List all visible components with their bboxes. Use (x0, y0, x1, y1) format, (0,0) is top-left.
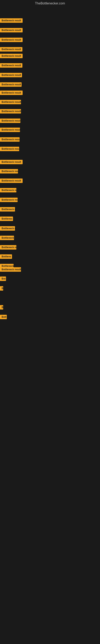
bottleneck-badge-20: Bottleneck result (0, 198, 18, 202)
bottleneck-item-25[interactable]: Bottleneck res (0, 245, 16, 250)
bottleneck-item-10[interactable]: Bottleneck result (0, 100, 21, 105)
bottleneck-badge-12: Bottleneck result (0, 118, 20, 123)
bottleneck-item-33[interactable]: Bott (0, 315, 7, 320)
bottleneck-item-18[interactable]: Bottleneck result (0, 178, 23, 184)
bottleneck-badge-8: Bottleneck result (0, 82, 22, 87)
bottleneck-item-24[interactable]: Bottleneck (0, 236, 14, 241)
bottleneck-item-1[interactable]: Bottleneck result (0, 18, 23, 24)
bottleneck-item-7[interactable]: Bottleneck result (0, 73, 22, 78)
bottleneck-badge-5: Bottleneck result (0, 54, 23, 58)
bottleneck-item-16[interactable]: Bottleneck result (0, 160, 23, 165)
bottleneck-item-20[interactable]: Bottleneck result (0, 198, 18, 203)
bottleneck-item-29[interactable]: Bot (0, 276, 6, 282)
bottleneck-item-2[interactable]: Bottleneck result (0, 28, 23, 33)
bottleneck-badge-33: Bott (0, 315, 7, 319)
bottleneck-badge-17: Bottleneck result (0, 169, 18, 174)
bottleneck-badge-7: Bottleneck result (0, 73, 22, 77)
bottleneck-badge-30: B (0, 286, 3, 290)
bottleneck-item-14[interactable]: Bottleneck result (0, 137, 20, 142)
bottleneck-item-9[interactable]: Bottleneck result (0, 90, 23, 96)
bottleneck-item-11[interactable]: Bottleneck result (0, 109, 21, 114)
bottleneck-badge-19: Bottleneck re (0, 188, 16, 192)
bottleneck-badge-9: Bottleneck result (0, 90, 23, 95)
bottleneck-badge-25: Bottleneck res (0, 245, 16, 250)
bottleneck-badge-6: Bottleneck result (0, 63, 22, 68)
bottleneck-badge-26: Bottlens (0, 254, 12, 259)
bottleneck-item-23[interactable]: Bottleneck r (0, 226, 15, 232)
bottleneck-item-12[interactable]: Bottleneck result (0, 118, 20, 124)
bottleneck-item-22[interactable]: Bottlenec (0, 216, 13, 222)
bottleneck-item-26[interactable]: Bottlens (0, 254, 12, 260)
bottleneck-badge-23: Bottleneck r (0, 226, 15, 231)
bottleneck-item-4[interactable]: Bottleneck result (0, 47, 22, 52)
bottleneck-item-6[interactable]: Bottleneck result (0, 63, 22, 68)
bottleneck-badge-3: Bottleneck result (0, 38, 23, 42)
bottleneck-item-28[interactable]: Bottleneck result (0, 267, 21, 272)
bottleneck-item-21[interactable]: Bottleneck r (0, 207, 15, 212)
bottleneck-badge-29: Bot (0, 276, 6, 281)
bottleneck-badge-14: Bottleneck result (0, 137, 20, 142)
bottleneck-item-30[interactable]: B (0, 286, 3, 292)
bottleneck-badge-2: Bottleneck result (0, 28, 23, 32)
bottleneck-badge-1: Bottleneck result (0, 18, 23, 23)
bottleneck-badge-11: Bottleneck result (0, 109, 21, 114)
bottleneck-badge-24: Bottleneck (0, 236, 14, 240)
bottleneck-item-17[interactable]: Bottleneck result (0, 169, 18, 174)
bottleneck-item-15[interactable]: Bottleneck result (0, 147, 19, 152)
bottleneck-badge-21: Bottleneck r (0, 207, 15, 212)
bottleneck-item-5[interactable]: Bottleneck result (0, 54, 23, 59)
bottleneck-item-3[interactable]: Bottleneck result (0, 38, 23, 43)
bottleneck-item-13[interactable]: Bottleneck result (0, 128, 20, 133)
bottleneck-badge-22: Bottlenec (0, 216, 13, 221)
bottleneck-badge-4: Bottleneck result (0, 47, 22, 52)
bottleneck-badge-18: Bottleneck result (0, 178, 23, 183)
site-title: TheBottlenecker.com (0, 0, 100, 7)
bottleneck-badge-32: B (0, 305, 3, 310)
bottleneck-badge-13: Bottleneck result (0, 128, 20, 132)
bottleneck-badge-28: Bottleneck result (0, 267, 21, 272)
bottleneck-item-19[interactable]: Bottleneck re (0, 188, 16, 193)
bottleneck-badge-15: Bottleneck result (0, 147, 19, 151)
bottleneck-item-8[interactable]: Bottleneck result (0, 82, 22, 88)
bottleneck-badge-10: Bottleneck result (0, 100, 21, 104)
bottleneck-item-32[interactable]: B (0, 305, 3, 310)
bottleneck-badge-16: Bottleneck result (0, 160, 23, 164)
